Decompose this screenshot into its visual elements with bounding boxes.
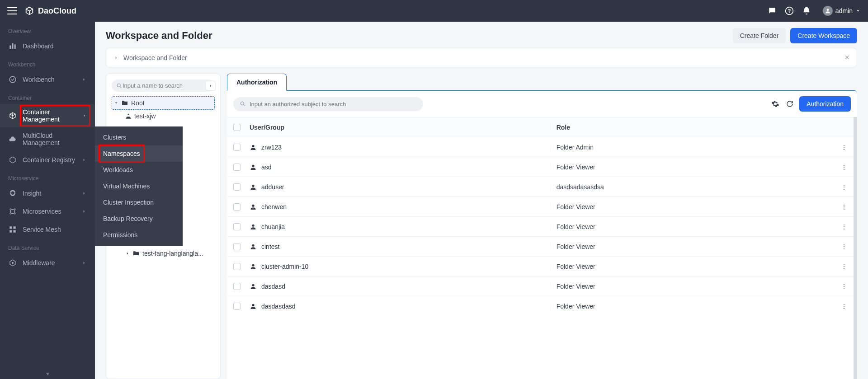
topbar-actions: ? admin <box>768 6 861 16</box>
user-icon <box>250 183 257 191</box>
gear-icon[interactable] <box>770 99 780 109</box>
table-row[interactable]: cluster-admin-10 Folder Viewer ⋮ <box>227 256 854 276</box>
container-management-submenu: Clusters Namespaces Workloads Virtual Ma… <box>95 126 183 246</box>
search-icon <box>240 101 246 107</box>
user-icon <box>250 283 257 290</box>
sidebar-item-label: Dashboard <box>23 42 54 50</box>
tree-search-input[interactable] <box>123 82 210 89</box>
row-checkbox[interactable] <box>233 203 241 211</box>
sidebar-item-middleware[interactable]: Middleware <box>0 254 95 272</box>
row-actions[interactable]: ⋮ <box>829 263 847 270</box>
notifications-icon[interactable] <box>802 6 811 15</box>
page-header: Workspace and Folder Create Folder Creat… <box>106 28 857 43</box>
table-row[interactable]: adduser dasdsadasasdsa ⋮ <box>227 177 854 197</box>
help-icon[interactable]: ? <box>785 6 794 15</box>
submenu-item-virtual-machines[interactable]: Virtual Machines <box>95 178 183 194</box>
brand[interactable]: DaoCloud <box>24 6 76 16</box>
row-checkbox[interactable] <box>233 263 241 270</box>
microservices-icon <box>8 207 17 216</box>
row-checkbox[interactable] <box>233 144 241 151</box>
row-actions[interactable]: ⋮ <box>829 164 847 171</box>
row-checkbox[interactable] <box>233 243 241 250</box>
brand-name: DaoCloud <box>38 6 76 16</box>
row-checkbox[interactable] <box>233 303 241 310</box>
row-actions[interactable]: ⋮ <box>829 183 847 191</box>
table-row[interactable]: dasdasdasd Folder Viewer ⋮ <box>227 296 854 316</box>
table-row[interactable]: cintest Folder Viewer ⋮ <box>227 236 854 256</box>
breadcrumb-item[interactable]: Workspace and Folder <box>123 54 187 61</box>
row-actions[interactable]: ⋮ <box>829 243 847 250</box>
submenu-item-permissions[interactable]: Permissions <box>95 227 183 243</box>
table-header: User/Group Role <box>227 117 854 137</box>
chevron-right-icon <box>113 55 119 61</box>
submenu-item-namespaces[interactable]: Namespaces <box>95 145 183 162</box>
middleware-icon <box>8 258 17 267</box>
row-checkbox[interactable] <box>233 223 241 230</box>
tree-search[interactable] <box>112 80 215 92</box>
role-cell: Folder Viewer <box>550 223 829 230</box>
sidebar-item-label: Service Mesh <box>23 226 61 233</box>
close-icon[interactable]: × <box>844 53 849 62</box>
sidebar-item-container-registry[interactable]: Container Registry <box>0 151 95 169</box>
submenu-item-workloads[interactable]: Workloads <box>95 162 183 178</box>
row-actions[interactable]: ⋮ <box>829 203 847 211</box>
user-cell: dasdasd <box>261 283 285 290</box>
table-row[interactable]: chenwen Folder Viewer ⋮ <box>227 197 854 216</box>
table-row[interactable]: zrw123 Folder Admin ⋮ <box>227 137 854 157</box>
role-cell: Folder Viewer <box>550 243 829 250</box>
tree-node[interactable]: test-fang-langlangla... <box>112 247 215 260</box>
row-checkbox[interactable] <box>233 164 241 171</box>
svg-rect-4 <box>12 43 14 49</box>
menu-toggle[interactable] <box>7 7 17 14</box>
user-icon <box>250 263 257 270</box>
row-checkbox[interactable] <box>233 183 241 191</box>
breadcrumb: Workspace and Folder × <box>106 48 857 67</box>
user-menu[interactable]: admin <box>823 6 861 16</box>
sidebar-scroll-down-icon[interactable]: ▾ <box>46 370 49 377</box>
submenu-item-backup-recovery[interactable]: Backup Recovery <box>95 211 183 227</box>
sidebar-item-insight[interactable]: Insight <box>0 184 95 202</box>
user-icon <box>250 223 257 230</box>
sidebar-item-multicloud[interactable]: MultiCloud Management <box>0 127 95 151</box>
sidebar-item-label: Middleware <box>23 259 55 267</box>
table-row[interactable]: dasdasd Folder Viewer ⋮ <box>227 276 854 296</box>
table-search[interactable] <box>233 97 423 111</box>
row-checkbox[interactable] <box>233 283 241 290</box>
sidebar-item-service-mesh[interactable]: Service Mesh <box>0 220 95 239</box>
create-folder-button[interactable]: Create Folder <box>733 28 786 43</box>
row-actions[interactable]: ⋮ <box>829 303 847 310</box>
sidebar-item-container-management[interactable]: Container Management <box>0 104 95 127</box>
sidebar-item-microservices[interactable]: Microservices <box>0 202 95 220</box>
dashboard-icon <box>8 42 17 51</box>
sidebar-item-label: Microservices <box>23 208 61 215</box>
chevron-right-icon <box>81 157 87 163</box>
svg-text:?: ? <box>788 8 791 14</box>
chevron-right-icon <box>81 191 87 196</box>
select-all-checkbox[interactable] <box>233 124 241 131</box>
authorization-button[interactable]: Authorization <box>799 96 851 112</box>
messages-icon[interactable] <box>768 6 777 15</box>
table-wrap[interactable]: User/Group Role zrw123 Folder Admin ⋮ as… <box>227 117 857 379</box>
sidebar-item-label: Container Management <box>23 108 77 123</box>
svg-rect-14 <box>14 230 16 233</box>
tree-node[interactable]: test-xjw <box>112 110 215 122</box>
submenu-item-cluster-inspection[interactable]: Cluster Inspection <box>95 194 183 211</box>
sidebar-item-dashboard[interactable]: Dashboard <box>0 37 95 55</box>
table-search-input[interactable] <box>250 101 417 108</box>
submenu-item-clusters[interactable]: Clusters <box>95 129 183 145</box>
row-actions[interactable]: ⋮ <box>829 283 847 290</box>
search-go-icon[interactable] <box>206 81 216 91</box>
create-workspace-button[interactable]: Create Workspace <box>790 28 857 43</box>
refresh-icon[interactable] <box>785 99 795 109</box>
svg-point-21 <box>252 204 254 206</box>
tree-root-node[interactable]: Root <box>112 96 215 110</box>
user-name: admin <box>835 7 853 14</box>
tree-node-label: Root <box>131 99 145 107</box>
row-actions[interactable]: ⋮ <box>829 144 847 151</box>
table-row[interactable]: asd Folder Viewer ⋮ <box>227 157 854 177</box>
sidebar-item-workbench[interactable]: Workbench <box>0 70 95 89</box>
table-row[interactable]: chuanjia Folder Viewer ⋮ <box>227 216 854 236</box>
row-actions[interactable]: ⋮ <box>829 223 847 230</box>
sidebar-section-container: Container <box>0 89 95 104</box>
tab-authorization[interactable]: Authorization <box>227 74 287 91</box>
